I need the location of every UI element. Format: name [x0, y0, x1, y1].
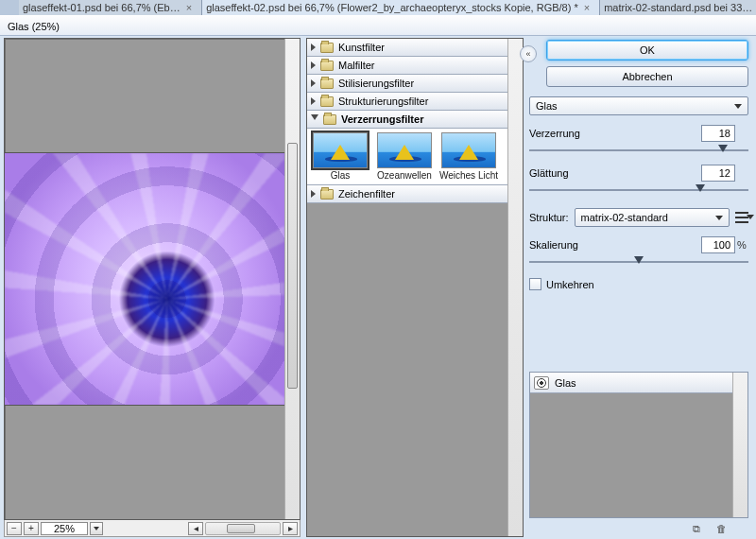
scale-slider[interactable]: [529, 257, 748, 267]
invert-label: Umkehren: [546, 279, 594, 290]
zoom-level[interactable]: 25%: [41, 522, 88, 535]
filter-category-malfilter[interactable]: Malfilter: [307, 57, 507, 75]
filter-category-strukturierungsfilter[interactable]: Strukturierungsfilter: [307, 93, 507, 111]
invert-checkbox[interactable]: [529, 278, 541, 290]
hscroll-right[interactable]: ▸: [283, 522, 298, 535]
filter-select[interactable]: Glas: [529, 96, 748, 115]
new-effect-layer-icon[interactable]: ⧉: [690, 522, 703, 535]
scale-input[interactable]: 100: [701, 236, 735, 253]
distortion-slider[interactable]: [529, 146, 748, 155]
document-tab[interactable]: glaseffekt-02.psd bei 66,7% (Flower2_by_…: [202, 0, 600, 15]
filter-category-zeichenfilter[interactable]: Zeichenfilter: [307, 185, 507, 203]
dialog-title: Glas (25%): [0, 15, 756, 36]
folder-icon: [320, 61, 334, 71]
filter-preview[interactable]: [4, 38, 301, 520]
filter-category-kunstfilter[interactable]: Kunstfilter: [307, 39, 507, 57]
distortion-label: Verzerrung: [529, 128, 701, 139]
distortion-input[interactable]: 18: [701, 125, 735, 142]
texture-menu-button[interactable]: [735, 212, 748, 223]
filter-thumb-weiches-licht[interactable]: Weiches Licht: [438, 132, 500, 184]
visibility-icon[interactable]: [534, 376, 549, 390]
close-icon[interactable]: ×: [584, 0, 590, 15]
cancel-button[interactable]: Abbrechen: [546, 66, 748, 87]
chevron-down-icon: [734, 104, 742, 109]
effect-layers-panel: Glas: [529, 372, 748, 518]
document-tab[interactable]: matrix-02-standard.psd bei 33…×: [600, 0, 756, 15]
folder-icon: [320, 43, 334, 53]
effect-layer-row[interactable]: Glas: [530, 373, 732, 393]
filter-category-verzerrungsfilter[interactable]: Verzerrungsfilter: [307, 111, 507, 129]
folder-icon: [320, 189, 334, 200]
filter-thumb-ozeanwellen[interactable]: Ozeanwellen: [373, 132, 436, 184]
collapse-settings-button[interactable]: «: [520, 45, 537, 62]
folder-icon: [323, 114, 336, 125]
scale-label: Skalierung: [529, 239, 701, 251]
preview-vscrollbar[interactable]: [284, 39, 300, 519]
layers-vscrollbar[interactable]: [732, 373, 747, 517]
preview-image: [5, 152, 284, 406]
filter-category-stilisierungsfilter[interactable]: Stilisierungsfilter: [307, 75, 507, 93]
document-tab-bar: glaseffekt-01.psd bei 66,7% (Eb…× glasef…: [0, 0, 756, 15]
zoom-dropdown[interactable]: [90, 522, 103, 535]
texture-select[interactable]: matrix-02-standard: [575, 208, 730, 227]
document-tab[interactable]: glaseffekt-01.psd bei 66,7% (Eb…×: [19, 0, 202, 15]
preview-hscrollbar[interactable]: [205, 522, 281, 535]
texture-label: Struktur:: [529, 212, 569, 223]
filter-thumbnails: Glas Ozeanwellen Weiches Licht: [307, 129, 507, 185]
ok-button[interactable]: OK: [546, 40, 748, 61]
hscroll-left[interactable]: ◂: [188, 522, 203, 535]
category-vscrollbar[interactable]: [507, 39, 523, 536]
trash-icon[interactable]: 🗑: [714, 522, 728, 535]
zoom-in-button[interactable]: +: [24, 522, 39, 535]
smooth-input[interactable]: 12: [701, 165, 735, 182]
smooth-label: Glättung: [529, 167, 701, 179]
chevron-down-icon: [715, 216, 723, 220]
close-icon[interactable]: ×: [186, 0, 192, 15]
folder-icon: [320, 78, 334, 89]
folder-icon: [320, 96, 334, 107]
preview-toolbar: − + 25% ◂ ▸: [4, 520, 301, 537]
smooth-slider[interactable]: [529, 185, 748, 195]
zoom-out-button[interactable]: −: [7, 522, 22, 535]
filter-thumb-glas[interactable]: Glas: [309, 132, 371, 184]
